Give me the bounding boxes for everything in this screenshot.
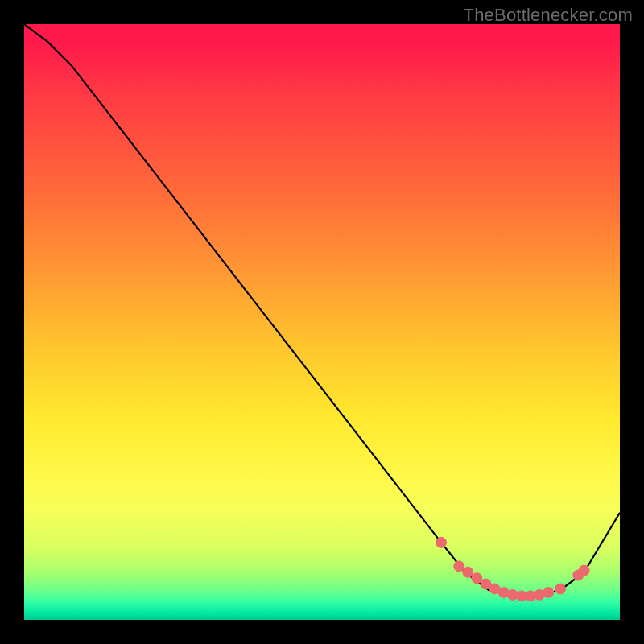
marker-group: [436, 537, 590, 601]
marker-dot: [555, 584, 566, 594]
marker-dot: [436, 537, 447, 547]
attribution-label: TheBottlenecker.com: [464, 5, 633, 26]
chart-stage: TheBottlenecker.com: [0, 0, 644, 644]
bottleneck-curve: [24, 24, 620, 596]
marker-dot: [543, 588, 554, 598]
marker-dot: [454, 561, 464, 572]
marker-dot: [472, 573, 482, 584]
chart-overlay: [24, 24, 620, 620]
marker-dot: [463, 567, 473, 577]
plot-area: [24, 24, 620, 620]
marker-dot: [579, 565, 589, 576]
